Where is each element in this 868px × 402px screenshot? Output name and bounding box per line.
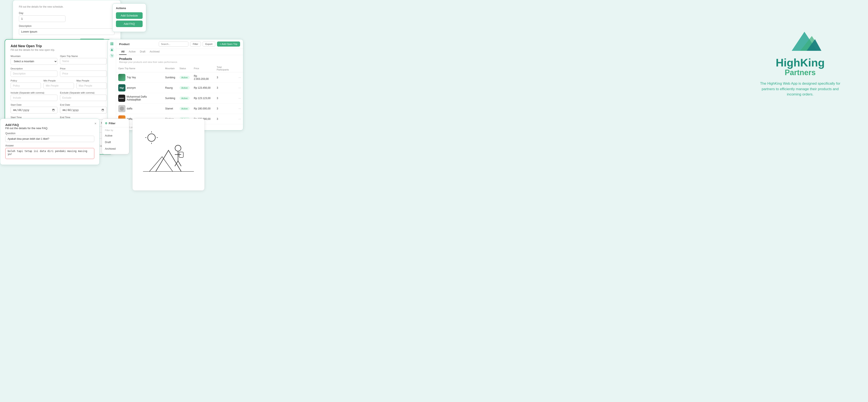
add-schedule-action-button[interactable]: Add Schedule xyxy=(116,12,143,19)
row-actions: — xyxy=(236,93,243,103)
filter-header: ⚙ Filter xyxy=(102,122,129,127)
participants-cell: 3 xyxy=(214,114,236,124)
participants-cell: 3 xyxy=(214,72,236,83)
filter-title: Filter xyxy=(109,122,116,125)
trip-name: Muhammad Daffa Ashidaqfillah xyxy=(126,95,161,101)
products-section-title: Products xyxy=(119,57,240,61)
tab-active[interactable]: Active xyxy=(126,49,138,55)
products-card: Product Filter Export + Add Open Trip Al… xyxy=(107,39,243,130)
sidebar-icon-cart[interactable] xyxy=(110,53,114,58)
col-trip-name: Open Trip Name xyxy=(116,65,163,72)
price-cell: Rp 123.123,00 xyxy=(192,93,215,103)
col-participants: Total Participants xyxy=(214,65,236,72)
mountain-select[interactable]: Select a mountain Sumbing Raung Slamet S… xyxy=(10,58,57,65)
hiker-illustration xyxy=(143,129,194,180)
table-row: BANC Muhammad Daffa Ashidaqfillah Sumbin… xyxy=(116,93,243,103)
end-date-input[interactable] xyxy=(60,107,107,113)
filter-option-archived[interactable]: Archived xyxy=(102,145,129,152)
trip-modal-title: Add New Open Trip xyxy=(10,44,107,48)
tab-draft[interactable]: Draft xyxy=(138,49,148,55)
mountain-cell: Sumbing xyxy=(163,93,177,103)
faq-modal-title: Add FAQ xyxy=(5,123,94,127)
min-people-input[interactable] xyxy=(43,82,74,89)
participants-cell: 3 xyxy=(214,93,236,103)
filter-option-active[interactable]: Active xyxy=(102,132,129,139)
illustration-card xyxy=(132,119,205,191)
close-faq-modal-button[interactable]: × xyxy=(94,122,96,126)
status-badge: Active xyxy=(180,97,190,100)
mountain-cell: Sumbing xyxy=(163,72,177,83)
filter-icon: ⚙ xyxy=(105,122,107,125)
end-time-label: End Time xyxy=(60,116,107,119)
actions-title: Actions xyxy=(116,6,143,10)
col-price: Price xyxy=(192,65,215,72)
answer-textarea[interactable]: boleh tapi tetap isi data diri pendaki m… xyxy=(5,148,94,159)
brand-description: The HighKing Web App is designed specifi… xyxy=(760,81,840,97)
mountain-label: Mountain xyxy=(10,55,57,57)
policy-label: Policy xyxy=(10,79,41,82)
svg-point-13 xyxy=(175,145,181,151)
product-tabs: All Active Draft Archived xyxy=(116,49,243,55)
mountain-cell: Raung xyxy=(163,83,177,93)
trip-modal-subtitle: Fill out the details for the new open tr… xyxy=(10,48,107,52)
min-people-label: Min People xyxy=(43,79,74,82)
max-people-label: Max People xyxy=(76,79,107,82)
participants-cell: 3 xyxy=(214,83,236,93)
include-label: Include (Separate with comma) xyxy=(10,92,57,94)
tab-archived[interactable]: Archived xyxy=(148,49,162,55)
add-faq-action-button[interactable]: Add FAQ xyxy=(116,21,143,27)
sidebar-icon-grid[interactable] xyxy=(110,41,114,46)
product-thumbnail: Hig! xyxy=(118,84,125,92)
trip-name-label: Open Trip Name xyxy=(60,55,107,57)
brand-name: HighKing xyxy=(749,57,851,68)
start-time-label: Start Time xyxy=(10,116,57,119)
policy-input[interactable] xyxy=(10,82,41,89)
participants-cell: 3 xyxy=(214,103,236,114)
svg-line-17 xyxy=(178,161,181,166)
add-open-trip-button[interactable]: + Add Open Trip xyxy=(217,41,240,46)
svg-point-6 xyxy=(112,56,113,57)
product-thumbnail xyxy=(118,74,125,81)
question-input[interactable] xyxy=(5,136,94,142)
exclude-input[interactable] xyxy=(60,95,107,101)
row-actions: — xyxy=(236,114,243,124)
start-date-input[interactable] xyxy=(10,107,57,113)
sidebar-icon-user[interactable] xyxy=(110,47,114,52)
brand-partners: Partners xyxy=(749,68,851,77)
trip-name-cell: daffa xyxy=(118,105,161,112)
export-button[interactable]: Export xyxy=(203,41,215,46)
filter-button[interactable]: Filter xyxy=(190,41,201,46)
exclude-label: Exclude (Separate with comma) xyxy=(60,92,107,94)
status-badge: Active xyxy=(180,107,190,110)
product-thumbnail xyxy=(118,105,125,112)
svg-rect-1 xyxy=(112,42,113,44)
product-search-input[interactable] xyxy=(159,41,188,46)
trip-description-input[interactable] xyxy=(10,70,57,77)
trip-name-input[interactable] xyxy=(60,58,107,64)
products-header: Product Filter Export + Add Open Trip xyxy=(116,39,243,49)
trip-name: daffa xyxy=(127,107,132,110)
product-page-title: Product xyxy=(119,42,129,46)
svg-point-5 xyxy=(112,56,112,57)
svg-rect-2 xyxy=(111,44,112,45)
table-row: Hig! anonym Raung Active Rp 123.456,00 3… xyxy=(116,83,243,93)
price-cell: Rp 2.003.203,00 xyxy=(192,72,215,83)
price-input[interactable] xyxy=(60,70,107,77)
row-actions: — xyxy=(236,72,243,83)
svg-point-8 xyxy=(148,134,155,141)
col-actions xyxy=(236,65,243,72)
col-status: Status xyxy=(177,65,192,72)
day-input[interactable] xyxy=(19,15,65,22)
trip-name: Trip Yey xyxy=(127,76,136,79)
status-badge: Active xyxy=(180,86,190,90)
include-input[interactable] xyxy=(10,95,57,101)
price-label: Price xyxy=(60,67,107,70)
description-input[interactable] xyxy=(19,28,115,35)
filter-option-draft[interactable]: Draft xyxy=(102,139,129,145)
tab-all[interactable]: All xyxy=(119,49,126,55)
trip-description-label: Description xyxy=(10,67,57,70)
max-people-input[interactable] xyxy=(76,82,107,89)
add-faq-modal: × Add FAQ Fill out the details for the n… xyxy=(0,119,100,165)
trip-name-cell: BANC Muhammad Daffa Ashidaqfillah xyxy=(118,95,161,102)
description-label: Description xyxy=(19,25,115,28)
